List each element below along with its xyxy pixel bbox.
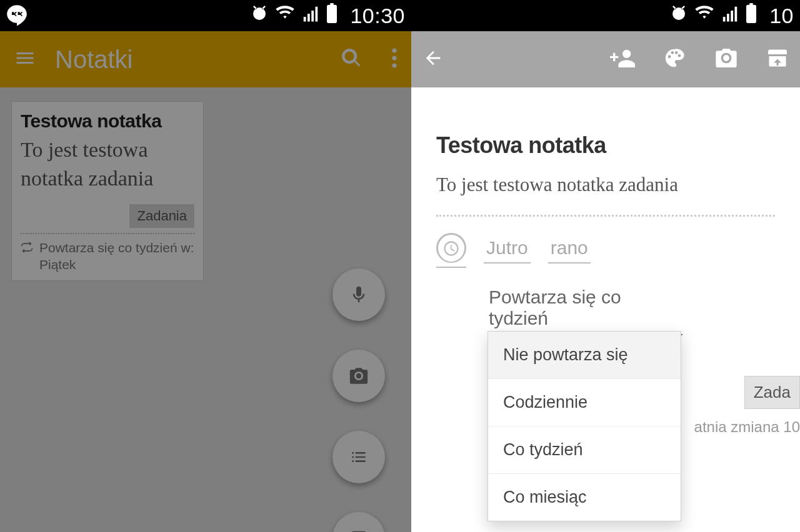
- keep-toolbar: Notatki: [0, 31, 411, 87]
- palette-icon[interactable]: [662, 46, 686, 72]
- screenshot-left: 10:30 Notatki Testowa notatka To jest te…: [0, 0, 411, 532]
- note-body-input[interactable]: To jest testowa notatka zadania: [436, 174, 775, 196]
- fab-voice[interactable]: [332, 268, 385, 321]
- alarm-icon: [250, 4, 269, 28]
- battery-icon: [746, 3, 757, 28]
- fab-note[interactable]: [332, 512, 385, 532]
- dropdown-option[interactable]: Co miesiąc: [488, 474, 681, 521]
- svg-point-0: [392, 48, 396, 52]
- last-changed-text: atnia zmiana 10: [694, 418, 800, 436]
- clock-icon: [436, 233, 466, 263]
- reminder-row: Jutro rano: [436, 233, 775, 268]
- hangouts-icon: [5, 3, 29, 32]
- reminder-time[interactable]: rano: [548, 237, 591, 264]
- fab-camera[interactable]: [332, 350, 385, 402]
- repeat-dropdown-trigger[interactable]: Powtarza się co tydzień: [489, 283, 682, 335]
- search-icon[interactable]: [340, 47, 362, 72]
- note-tag[interactable]: Zada: [744, 376, 800, 409]
- note-repeat: Powtarza się co tydzień w: Piątek: [21, 239, 194, 273]
- note-body: To jest testowa notatka zadania: [21, 135, 194, 193]
- note-title-input[interactable]: Testowa notatka: [436, 132, 775, 159]
- dropdown-option[interactable]: Nie powtarza się: [488, 332, 681, 379]
- archive-icon[interactable]: [766, 47, 789, 72]
- reminder-day[interactable]: Jutro: [484, 237, 531, 264]
- reminder-type-time[interactable]: [436, 233, 466, 268]
- back-icon[interactable]: [422, 47, 444, 71]
- overflow-icon[interactable]: [391, 47, 398, 72]
- wifi-icon: [275, 3, 295, 28]
- repeat-dropdown-menu: Nie powtarza się Codziennie Co tydzień C…: [488, 331, 681, 521]
- svg-point-1: [392, 56, 396, 60]
- dropdown-option[interactable]: Co tydzień: [488, 426, 681, 474]
- screenshot-right: 10 Testowa notatka To jest testowa notat…: [411, 0, 800, 532]
- dropdown-option[interactable]: Codziennie: [488, 379, 681, 426]
- battery-icon: [326, 3, 338, 28]
- app-title: Notatki: [55, 46, 321, 74]
- note-editor-screen: Testowa notatka To jest testowa notatka …: [411, 31, 800, 532]
- signal-icon: [721, 4, 739, 28]
- status-time: 10:30: [350, 4, 405, 28]
- status-bar: 10: [411, 0, 800, 31]
- signal-icon: [301, 4, 320, 28]
- alarm-icon: [669, 4, 688, 28]
- menu-icon[interactable]: [14, 47, 36, 72]
- note-card[interactable]: Testowa notatka To jest testowa notatka …: [11, 101, 204, 281]
- camera-icon[interactable]: [714, 46, 739, 73]
- note-tag[interactable]: Zadania: [129, 204, 194, 228]
- svg-point-2: [392, 63, 396, 67]
- add-person-icon[interactable]: [610, 46, 635, 73]
- status-bar: 10:30: [0, 0, 411, 31]
- status-time: 10: [769, 4, 794, 28]
- fab-list[interactable]: [332, 431, 385, 483]
- editor-toolbar: [411, 31, 800, 87]
- note-title: Testowa notatka: [21, 111, 194, 132]
- wifi-icon: [694, 3, 714, 28]
- keep-list-screen: Notatki Testowa notatka To jest testowa …: [0, 31, 411, 532]
- fab-column: [332, 268, 385, 532]
